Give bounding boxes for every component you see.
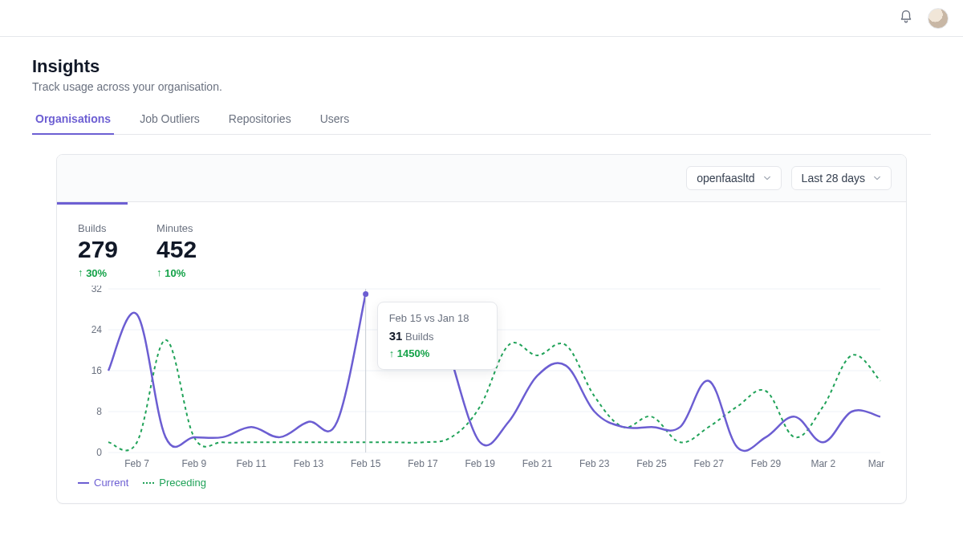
svg-text:Feb 13: Feb 13	[294, 458, 324, 469]
metric-minutes-label: Minutes	[156, 222, 197, 234]
svg-text:Feb 9: Feb 9	[182, 458, 207, 469]
metric-minutes-delta: ↑ 10%	[156, 267, 197, 279]
card-toolbar: openfaasltd Last 28 days	[57, 155, 906, 202]
insights-card: openfaasltd Last 28 days Builds 279 ↑ 30…	[56, 154, 907, 504]
svg-text:Feb 17: Feb 17	[408, 458, 438, 469]
range-select[interactable]: Last 28 days	[791, 166, 892, 190]
arrow-up-icon: ↑	[78, 266, 83, 278]
chevron-down-icon	[763, 174, 771, 182]
legend: Current Preceding	[57, 477, 906, 503]
tab-job-outliers[interactable]: Job Outliers	[136, 106, 203, 135]
tooltip-label: Builds	[405, 331, 433, 343]
tab-users[interactable]: Users	[317, 106, 353, 135]
page-header: Insights Track usage across your organis…	[0, 37, 963, 504]
chevron-down-icon	[873, 174, 881, 182]
svg-text:Feb 11: Feb 11	[236, 458, 266, 469]
svg-text:Feb 15: Feb 15	[351, 458, 381, 469]
legend-current[interactable]: Current	[78, 477, 128, 489]
metric-minutes[interactable]: Minutes 452 ↑ 10%	[156, 222, 197, 279]
page-subtitle: Track usage across your organisation.	[32, 80, 931, 93]
svg-text:Feb 21: Feb 21	[522, 458, 553, 469]
bell-icon[interactable]	[899, 10, 913, 27]
tab-repositories[interactable]: Repositories	[226, 106, 295, 135]
svg-text:Feb 23: Feb 23	[579, 458, 610, 469]
tooltip-value: 31	[389, 329, 403, 343]
svg-text:Feb 27: Feb 27	[694, 458, 725, 469]
svg-text:Feb 19: Feb 19	[465, 458, 496, 469]
chart[interactable]: 08162432Feb 7Feb 9Feb 11Feb 13Feb 15Feb …	[71, 286, 887, 470]
arrow-up-icon: ↑	[156, 266, 162, 278]
tabs: Organisations Job Outliers Repositories …	[32, 106, 931, 135]
tooltip-delta: ↑ 1450%	[389, 347, 486, 359]
legend-current-swatch	[78, 482, 89, 484]
metric-builds-label: Builds	[78, 222, 118, 234]
legend-preceding-swatch	[143, 482, 154, 484]
avatar[interactable]	[928, 8, 949, 29]
svg-point-25	[363, 291, 368, 297]
svg-text:Feb 29: Feb 29	[751, 458, 782, 469]
svg-text:0: 0	[96, 447, 102, 458]
svg-text:Mar 4: Mar 4	[868, 458, 887, 469]
tab-organisations[interactable]: Organisations	[32, 106, 114, 135]
top-bar	[0, 0, 963, 37]
metric-builds-delta: ↑ 30%	[78, 267, 118, 279]
svg-text:Feb 25: Feb 25	[636, 458, 667, 469]
svg-text:Feb 7: Feb 7	[124, 458, 149, 469]
tooltip-date-compare: Feb 15 vs Jan 18	[389, 312, 486, 324]
svg-text:32: 32	[91, 286, 103, 294]
metric-builds-value: 279	[78, 236, 118, 262]
svg-text:16: 16	[91, 365, 103, 376]
chart-wrap: 08162432Feb 7Feb 9Feb 11Feb 13Feb 15Feb …	[57, 286, 906, 477]
svg-text:Mar 2: Mar 2	[811, 458, 835, 469]
metric-minutes-value: 452	[156, 236, 197, 262]
page-title: Insights	[32, 56, 931, 77]
legend-preceding[interactable]: Preceding	[143, 477, 206, 489]
org-select[interactable]: openfaasltd	[686, 166, 781, 190]
range-select-label: Last 28 days	[802, 172, 865, 185]
metric-builds[interactable]: Builds 279 ↑ 30%	[78, 222, 118, 279]
metrics-row: Builds 279 ↑ 30% Minutes 452 ↑ 10%	[57, 205, 906, 286]
svg-text:8: 8	[96, 406, 102, 417]
svg-text:24: 24	[91, 324, 103, 335]
org-select-label: openfaasltd	[697, 172, 754, 185]
chart-tooltip: Feb 15 vs Jan 1831 Builds↑ 1450%	[377, 302, 498, 370]
